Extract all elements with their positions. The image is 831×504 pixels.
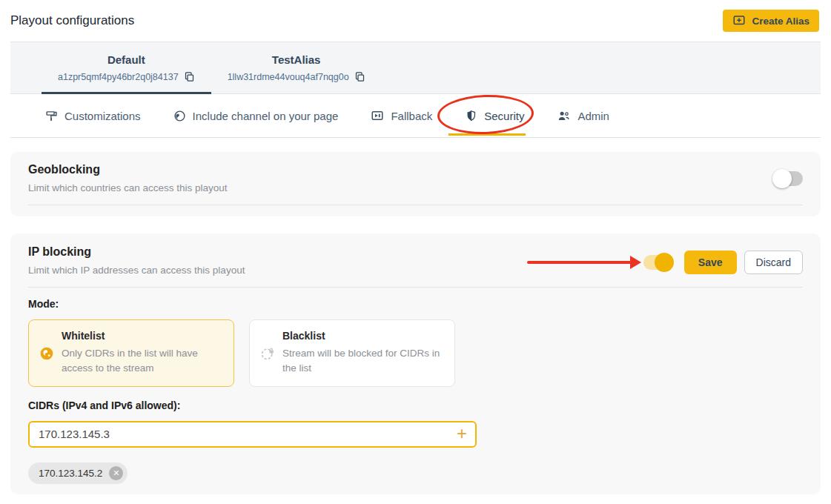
- create-alias-button[interactable]: Create Alias: [723, 10, 819, 32]
- alias-tab-default[interactable]: Default a1zpr5qmf4py46br2q0j84137: [42, 42, 211, 93]
- cidr-chip: 170.123.145.2 ✕: [28, 462, 128, 484]
- settings-nav: Customizations Include channel on your p…: [10, 94, 821, 138]
- ip-blocking-section: IP blocking Limit which IP addresses can…: [10, 233, 821, 494]
- alias-tab-name: Default: [107, 53, 145, 66]
- copy-icon[interactable]: [354, 71, 365, 82]
- alias-tab-name: TestAlias: [272, 53, 321, 66]
- add-cidr-button[interactable]: +: [457, 423, 467, 444]
- ip-blocking-title: IP blocking: [28, 245, 245, 259]
- geoblocking-title: Geoblocking: [28, 163, 228, 176]
- section-divider: [28, 287, 803, 288]
- mode-title: Whitelist: [62, 330, 222, 342]
- users-icon: [557, 109, 571, 123]
- tab-label: Fallback: [391, 110, 432, 122]
- tab-customizations[interactable]: Customizations: [45, 94, 141, 137]
- geoblocking-section: Geoblocking Limit which countries can ac…: [10, 152, 821, 216]
- tab-label: Customizations: [64, 110, 141, 122]
- cidr-chip-value: 170.123.145.2: [39, 468, 102, 479]
- page-title: Playout configurations: [10, 13, 134, 28]
- cidr-label: CIDRs (IPv4 and IPv6 allowed):: [28, 399, 803, 411]
- screen-plus-icon: [732, 14, 746, 27]
- shield-icon: [465, 110, 477, 122]
- cidr-input[interactable]: [28, 421, 477, 448]
- playout-configurations-page: Playout configurations Create Alias Defa…: [0, 0, 831, 504]
- video-box-icon: [371, 109, 384, 122]
- mode-description: Stream will be blocked for CIDRs in the …: [282, 346, 443, 377]
- discard-button[interactable]: Discard: [744, 251, 803, 274]
- globe-icon: [173, 110, 186, 122]
- geoblocking-subtitle: Limit which countries can access this pl…: [28, 182, 228, 193]
- globe-lock-icon: [260, 346, 282, 361]
- alias-tabs-strip: Default a1zpr5qmf4py46br2q0j84137 TestAl…: [10, 42, 821, 94]
- paint-roller-icon: [45, 110, 58, 122]
- tab-fallback[interactable]: Fallback: [371, 94, 432, 137]
- mode-title: Blacklist: [282, 330, 443, 342]
- tab-security[interactable]: Security: [465, 94, 524, 137]
- topbar: Playout configurations Create Alias: [0, 0, 831, 42]
- tab-label: Admin: [577, 110, 609, 122]
- alias-tab-id: 1llw31rdme44vouq4af7nqg0o: [228, 72, 349, 82]
- globe-filled-icon: [39, 346, 62, 361]
- create-alias-label: Create Alias: [752, 16, 810, 27]
- tab-label: Security: [484, 110, 524, 122]
- geoblocking-toggle[interactable]: [775, 171, 803, 186]
- toggle-knob: [655, 253, 674, 272]
- section-divider: [28, 205, 803, 205]
- mode-card-blacklist[interactable]: Blacklist Stream will be blocked for CID…: [249, 319, 455, 387]
- tab-label: Include channel on your page: [193, 110, 339, 122]
- toggle-knob: [772, 169, 792, 188]
- alias-tab-id: a1zpr5qmf4py46br2q0j84137: [58, 72, 179, 82]
- tab-include-channel[interactable]: Include channel on your page: [173, 94, 339, 137]
- alias-tab-testalias[interactable]: TestAlias 1llw31rdme44vouq4af7nqg0o: [211, 42, 382, 93]
- mode-label: Mode:: [28, 298, 803, 310]
- copy-icon[interactable]: [184, 71, 195, 82]
- tab-admin[interactable]: Admin: [557, 94, 609, 137]
- mode-description: Only CIDRs in the list will have access …: [62, 346, 222, 377]
- red-arrow-annotation: [527, 255, 641, 270]
- ip-blocking-toggle[interactable]: [643, 255, 672, 270]
- ip-blocking-subtitle: Limit which IP addresses can access this…: [28, 265, 245, 276]
- save-button[interactable]: Save: [684, 251, 737, 274]
- mode-card-whitelist[interactable]: Whitelist Only CIDRs in the list will ha…: [28, 319, 234, 387]
- close-circle-icon[interactable]: ✕: [109, 466, 123, 480]
